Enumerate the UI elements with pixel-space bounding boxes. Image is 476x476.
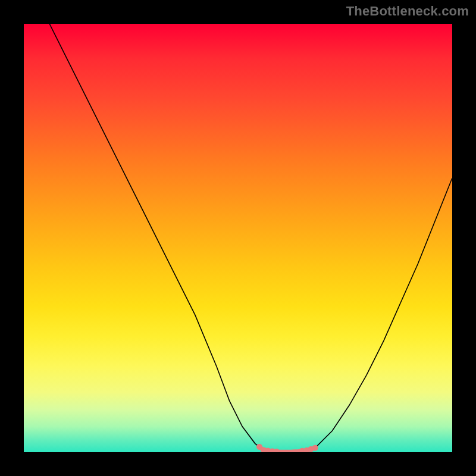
highlight-dot [274, 449, 280, 452]
plot-area [24, 24, 452, 452]
chart-svg [24, 24, 452, 452]
bottleneck-curve [49, 24, 452, 452]
chart-frame: TheBottleneck.com [0, 0, 476, 476]
watermark-text: TheBottleneck.com [346, 4, 469, 19]
highlight-dot [312, 445, 318, 451]
